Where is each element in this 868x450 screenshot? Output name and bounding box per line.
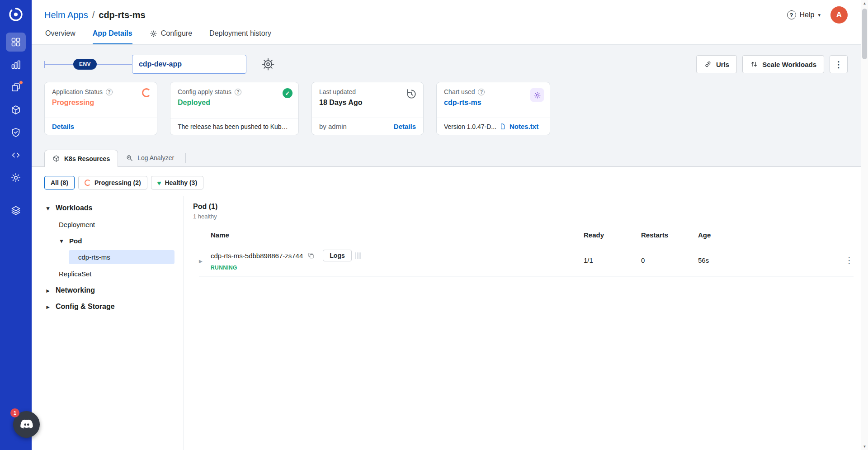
filter-healthy[interactable]: ♥ Healthy (3)	[151, 176, 203, 189]
k8s-resources-panel: All (8) Progressing (2) ♥ Healthy (3) ▾ …	[32, 166, 868, 450]
chevron-right-icon: ▸	[45, 287, 51, 294]
application-status-details-link[interactable]: Details	[52, 123, 74, 130]
tree-item-cdp-rts-ms[interactable]: cdp-rts-ms	[69, 250, 175, 264]
page-header: Helm Apps / cdp-rts-ms ? Help ▾ A Overvi…	[32, 0, 868, 45]
tab-deployment-history[interactable]: Deployment history	[209, 27, 271, 44]
last-updated-details-link[interactable]: Details	[394, 123, 416, 130]
config-apply-status-value: Deployed	[178, 99, 291, 107]
card-title: Chart used	[444, 88, 475, 95]
pod-table: Name Ready Restarts Age ▶ cdp-rts-ms-5db…	[199, 226, 854, 277]
progressing-spinner-icon	[85, 180, 91, 186]
sidebar-item-app-groups[interactable]	[6, 55, 26, 74]
notification-dot	[19, 81, 23, 85]
chart-used-link[interactable]: cdp-rts-ms	[444, 99, 542, 107]
scale-arrows-icon	[750, 60, 758, 68]
stacks-layers-icon	[10, 205, 21, 216]
sidebar-item-applications[interactable]	[6, 33, 26, 52]
breadcrumb: Helm Apps / cdp-rts-ms ? Help ▾ A	[44, 7, 848, 23]
pod-name: cdp-rts-ms-5dbb898867-zs744	[211, 252, 303, 260]
chevron-down-icon: ▾	[45, 205, 51, 212]
devtron-logo-icon[interactable]	[8, 6, 24, 23]
tab-app-details[interactable]: App Details	[93, 27, 132, 44]
env-badge: ENV	[73, 59, 97, 70]
scroll-down-arrow-icon[interactable]: ▼	[861, 445, 868, 449]
tab-log-analyzer[interactable]: Log Analyzer	[118, 149, 182, 166]
app-name-select[interactable]: cdp-dev-app	[132, 55, 246, 74]
column-header-ready: Ready	[584, 231, 641, 239]
tree-item-replicaset[interactable]: ReplicaSet	[32, 265, 184, 282]
breadcrumb-current-app: cdp-rts-ms	[99, 10, 145, 20]
log-search-icon	[126, 154, 133, 162]
table-row: ▶ cdp-rts-ms-5dbb898867-zs744 Logs	[199, 244, 854, 277]
avatar[interactable]: A	[830, 6, 848, 24]
row-menu-kebab-icon[interactable]: ⋮	[845, 256, 854, 265]
pod-ready-value: 1/1	[584, 256, 641, 264]
urls-button[interactable]: Urls	[696, 55, 737, 73]
pod-section-title: Pod (1)	[193, 203, 854, 211]
global-config-gear-icon	[10, 172, 21, 183]
tab-k8s-resources[interactable]: K8s Resources	[44, 150, 118, 167]
config-apply-status-card: Config apply status ? Deployed ✓ The rel…	[170, 82, 299, 135]
resource-tabs: K8s Resources Log Analyzer	[44, 149, 868, 166]
env-connector-line	[97, 64, 132, 65]
notes-link[interactable]: Notes.txt	[509, 123, 538, 130]
more-actions-button[interactable]: ⋮	[830, 55, 848, 73]
tree-section-networking[interactable]: ▸ Networking	[32, 282, 184, 298]
sidebar-item-jobs[interactable]	[6, 78, 26, 97]
sidebar-item-stacks[interactable]	[6, 201, 26, 220]
help-icon[interactable]: ?	[478, 89, 485, 95]
resource-tree: ▾ Workloads Deployment ▾ Pod cdp-rts-ms …	[32, 196, 184, 450]
helm-wheel-icon	[261, 57, 275, 71]
cube-icon	[52, 155, 60, 162]
tree-section-config-storage[interactable]: ▸ Config & Storage	[32, 298, 184, 315]
sidebar-item-code[interactable]	[6, 146, 26, 165]
sidebar	[0, 0, 32, 450]
pod-age-value: 56s	[698, 256, 828, 264]
tree-item-pod[interactable]: ▾ Pod	[32, 233, 184, 249]
environment-bar: ENV cdp-dev-app Urls Scale Workloads ⋮	[32, 45, 868, 80]
healthy-heart-icon: ♥	[157, 180, 161, 186]
copy-icon[interactable]	[307, 252, 315, 259]
filter-all[interactable]: All (8)	[44, 176, 75, 189]
discord-icon	[19, 417, 34, 432]
chevron-right-icon: ▸	[45, 303, 51, 310]
tab-configure[interactable]: Configure	[150, 27, 192, 44]
sidebar-item-global-config[interactable]	[6, 168, 26, 187]
pod-section-subtitle: 1 healthy	[193, 213, 854, 220]
tree-section-workloads[interactable]: ▾ Workloads	[32, 200, 184, 216]
breadcrumb-helm-apps-link[interactable]: Helm Apps	[44, 10, 88, 20]
chart-version: Version 1.0.47-D...	[444, 123, 496, 130]
app-groups-chart-icon	[10, 59, 21, 70]
check-circle-icon: ✓	[283, 88, 292, 98]
pod-restarts-value: 0	[641, 256, 698, 264]
document-icon	[500, 123, 506, 130]
scroll-up-arrow-icon[interactable]: ▲	[861, 1, 868, 5]
scale-workloads-button[interactable]: Scale Workloads	[742, 55, 824, 73]
help-icon[interactable]: ?	[235, 89, 241, 95]
breadcrumb-separator: /	[92, 10, 95, 20]
filter-progressing[interactable]: Progressing (2)	[78, 176, 147, 189]
application-status-value: Progressing	[52, 99, 150, 107]
scrollbar[interactable]: ▲ ▼	[861, 0, 868, 450]
sidebar-item-security[interactable]	[6, 123, 26, 142]
help-label: Help	[800, 11, 815, 19]
logs-button[interactable]: Logs	[323, 250, 351, 261]
card-title: Application Status	[52, 88, 103, 95]
link-icon	[704, 60, 712, 68]
env-connector-line	[45, 64, 73, 65]
grip-icon[interactable]	[355, 252, 361, 259]
help-icon[interactable]: ?	[106, 89, 113, 95]
tree-item-deployment[interactable]: Deployment	[32, 216, 184, 233]
row-expand-icon[interactable]: ▶	[199, 259, 203, 264]
updated-by: by admin	[319, 123, 347, 130]
security-shield-icon	[10, 127, 21, 138]
pod-status-badge: RUNNING	[211, 265, 584, 271]
chart-used-card: Chart used ? cdp-rts-ms Version 1.0.47-D…	[436, 82, 550, 135]
scrollbar-thumb[interactable]	[862, 9, 867, 59]
help-menu[interactable]: ? Help ▾	[787, 10, 821, 19]
config-apply-message: The release has been pushed to Kuber...	[178, 123, 291, 130]
tab-overview[interactable]: Overview	[45, 27, 75, 44]
sidebar-item-chart-store[interactable]	[6, 100, 26, 119]
table-header-row: Name Ready Restarts Age	[199, 226, 854, 244]
chart-store-cube-icon	[10, 104, 21, 115]
